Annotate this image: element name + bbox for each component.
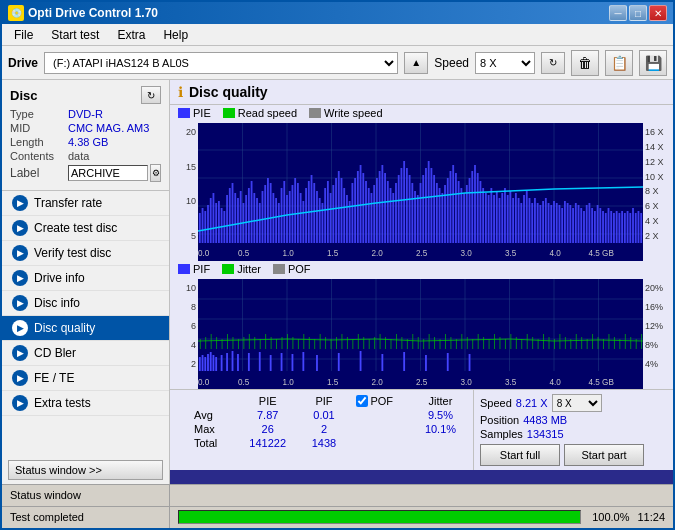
svg-rect-49: [294, 178, 296, 243]
sidebar-item-extra-tests[interactable]: ▶ Extra tests: [2, 391, 169, 416]
svg-rect-154: [580, 208, 582, 243]
disc-title: Disc: [10, 88, 37, 103]
svg-rect-73: [360, 165, 362, 243]
svg-rect-112: [466, 185, 468, 243]
stats-table: PIE PIF POF Jitter: [174, 394, 469, 450]
speed-select[interactable]: 8 X: [475, 52, 535, 74]
stats-row-max: Max 26 2 10.1%: [174, 422, 469, 436]
sidebar-item-verify-test-disc[interactable]: ▶ Verify test disc: [2, 241, 169, 266]
svg-rect-53: [305, 188, 307, 243]
menu-extra[interactable]: Extra: [109, 26, 153, 44]
svg-rect-138: [537, 203, 539, 243]
svg-rect-169: [621, 211, 623, 243]
svg-rect-298: [592, 334, 593, 349]
svg-rect-221: [381, 354, 383, 371]
svg-rect-290: [549, 337, 550, 349]
svg-rect-141: [545, 198, 547, 243]
svg-rect-64: [335, 178, 337, 243]
svg-rect-303: [619, 339, 620, 349]
status-window-button[interactable]: Status window >>: [8, 460, 163, 480]
svg-rect-94: [417, 195, 419, 243]
pof-checkbox[interactable]: [356, 395, 368, 407]
refresh-button[interactable]: ↻: [541, 52, 565, 74]
svg-rect-260: [385, 337, 386, 349]
menu-help[interactable]: Help: [155, 26, 196, 44]
sidebar-item-transfer-rate[interactable]: ▶ Transfer rate: [2, 191, 169, 216]
create-test-disc-icon: ▶: [12, 220, 28, 236]
svg-text:3.5: 3.5: [505, 377, 517, 387]
svg-rect-17: [207, 205, 209, 243]
eject-button[interactable]: ▲: [404, 52, 428, 74]
svg-rect-266: [418, 337, 419, 349]
svg-rect-226: [200, 339, 201, 349]
svg-rect-234: [243, 337, 244, 349]
svg-rect-66: [341, 178, 343, 243]
title-bar-left: 💿 Opti Drive Control 1.70: [8, 5, 158, 21]
sidebar-item-cd-bler[interactable]: ▶ CD Bler: [2, 341, 169, 366]
svg-rect-128: [510, 191, 512, 243]
svg-rect-83: [387, 181, 389, 243]
legend-jitter-label: Jitter: [237, 263, 261, 275]
svg-rect-262: [396, 334, 397, 349]
minimize-button[interactable]: ─: [609, 5, 627, 21]
svg-rect-62: [330, 193, 332, 243]
svg-rect-59: [322, 203, 324, 243]
erase-button[interactable]: 🗑: [571, 50, 599, 76]
maximize-button[interactable]: □: [629, 5, 647, 21]
svg-rect-134: [526, 191, 528, 243]
sidebar-item-fe-te[interactable]: ▶ FE / TE: [2, 366, 169, 391]
svg-rect-47: [289, 191, 291, 243]
sidebar-item-disc-info[interactable]: ▶ Disc info: [2, 291, 169, 316]
stats-total-jitter: [412, 436, 469, 450]
disc-label-input[interactable]: [68, 165, 148, 181]
svg-rect-148: [564, 201, 566, 243]
start-part-button[interactable]: Start part: [564, 444, 644, 466]
svg-rect-161: [599, 208, 601, 243]
svg-rect-70: [351, 183, 353, 243]
close-button[interactable]: ✕: [649, 5, 667, 21]
svg-rect-137: [534, 198, 536, 243]
svg-rect-57: [316, 191, 318, 243]
svg-rect-268: [429, 334, 430, 349]
disc-mid-row: MID CMC MAG. AM3: [10, 122, 161, 134]
disc-refresh-button[interactable]: ↻: [141, 86, 161, 104]
sidebar-item-drive-info[interactable]: ▶ Drive info: [2, 266, 169, 291]
svg-rect-119: [485, 193, 487, 243]
svg-rect-27: [234, 193, 236, 243]
drive-select[interactable]: (F:) ATAPI iHAS124 B AL0S: [44, 52, 398, 74]
svg-rect-207: [215, 357, 217, 371]
svg-rect-280: [494, 334, 495, 349]
save-button[interactable]: 💾: [639, 50, 667, 76]
copy-button[interactable]: 📋: [605, 50, 633, 76]
svg-rect-282: [505, 339, 506, 349]
svg-rect-97: [425, 168, 427, 243]
svg-rect-210: [232, 351, 234, 371]
chart1-container: 20 15 10 5: [170, 123, 673, 261]
svg-rect-34: [253, 193, 255, 243]
svg-rect-167: [616, 211, 618, 243]
start-full-button[interactable]: Start full: [480, 444, 560, 466]
svg-rect-111: [463, 193, 465, 243]
disc-label-button[interactable]: ⚙: [150, 164, 161, 182]
svg-rect-263: [401, 337, 402, 349]
legend-read-speed: Read speed: [223, 107, 297, 119]
disc-contents-value: data: [68, 150, 89, 162]
svg-rect-259: [380, 334, 381, 349]
stats-max-label: Max: [174, 422, 236, 436]
sidebar-item-disc-quality[interactable]: ▶ Disc quality: [2, 316, 169, 341]
sidebar-item-create-test-disc[interactable]: ▶ Create test disc: [2, 216, 169, 241]
menu-file[interactable]: File: [6, 26, 41, 44]
legend-read-speed-color: [223, 108, 235, 118]
stats-speed-select[interactable]: 8 X: [552, 394, 602, 412]
menu-start-test[interactable]: Start test: [43, 26, 107, 44]
svg-rect-68: [346, 195, 348, 243]
svg-rect-220: [360, 351, 362, 371]
disc-label-row: Label ⚙: [10, 164, 161, 182]
svg-rect-75: [365, 181, 367, 243]
svg-rect-227: [205, 337, 206, 349]
svg-text:1.0: 1.0: [282, 248, 294, 258]
svg-rect-26: [232, 183, 234, 243]
svg-text:1.0: 1.0: [282, 377, 294, 387]
svg-rect-256: [363, 337, 364, 349]
svg-rect-251: [336, 337, 337, 349]
